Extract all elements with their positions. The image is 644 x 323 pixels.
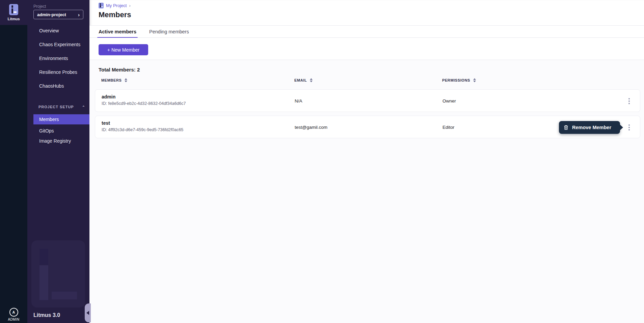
admin-label: ADMIN [8, 318, 19, 321]
project-select-value: admin-project [37, 12, 66, 17]
member-email: test@gamil.com [295, 116, 327, 139]
project-setup-section-header[interactable]: PROJECT SETUP ⌃ [27, 103, 89, 111]
member-email: N/A [295, 90, 302, 112]
nav-label: GitOps [39, 128, 54, 134]
left-triangle-icon [86, 311, 89, 315]
sidebar-item-overview[interactable]: Overview [27, 24, 89, 37]
chevron-right-icon: › [78, 12, 80, 17]
total-members-label: Total Members: 2 [99, 67, 140, 72]
row-menu-kebab-icon[interactable] [624, 116, 634, 139]
version-label: Litmus 3.0 [33, 312, 60, 318]
page-title: Members [99, 10, 131, 19]
nav-label: Members [39, 117, 59, 122]
column-label: MEMBERS [101, 78, 122, 82]
avatar-letter: A [12, 310, 15, 314]
member-permission: Owner [442, 90, 456, 112]
sidebar-item-gitops[interactable]: GitOps [33, 126, 89, 136]
column-header-email[interactable]: EMAIL [294, 78, 313, 82]
sidebar-item-chaos-experiments[interactable]: Chaos Experiments [27, 38, 89, 51]
member-id: ID: fe8e5cd9-eb2c-4d32-8632-04df34a6d6c7 [102, 101, 186, 106]
section-label: PROJECT SETUP [38, 105, 74, 109]
left-rail: Litmus A ADMIN [0, 0, 27, 323]
nav-label: ChaosHubs [39, 83, 64, 89]
litmus-logo-label: Litmus [7, 17, 20, 21]
sidebar-item-image-registry[interactable]: Image Registry [33, 136, 89, 146]
project-icon [99, 3, 104, 8]
tab-pending-members[interactable]: Pending members [149, 25, 189, 38]
member-name: admin [102, 94, 186, 99]
members-toolbar: + New Member [89, 38, 644, 60]
chevron-up-icon: ⌃ [82, 105, 85, 109]
tab-active-members[interactable]: Active members [99, 25, 136, 38]
breadcrumb-my-project-link[interactable]: My Project [106, 3, 127, 8]
project-label: Project [33, 4, 46, 9]
column-header-members[interactable]: MEMBERS [101, 78, 127, 82]
nav-label: Environments [39, 56, 68, 61]
sidebar-item-chaoshubs[interactable]: ChaosHubs [27, 79, 89, 93]
litmus-watermark-logo [31, 240, 85, 307]
sidebar-item-members[interactable]: Members [33, 114, 89, 124]
table-row-test: test ID: 4ff92c3d-d6e7-459c-9ed5-736fd2f… [95, 116, 640, 138]
chevron-right-icon: › [129, 3, 130, 8]
sidebar-item-resilience-probes[interactable]: Resilience Probes [27, 65, 89, 79]
column-label: PERMISSIONS [442, 78, 470, 82]
member-cell: admin ID: fe8e5cd9-eb2c-4d32-8632-04df34… [102, 94, 186, 106]
column-header-permissions[interactable]: PERMISSIONS [442, 78, 476, 82]
nav-label: Image Registry [39, 138, 71, 144]
nav-label: Chaos Experiments [39, 42, 80, 47]
user-avatar[interactable]: A [9, 308, 18, 317]
trash-icon [563, 125, 569, 130]
member-permission: Editor [442, 116, 454, 139]
remove-member-label: Remove Member [572, 125, 611, 130]
new-member-button[interactable]: + New Member [99, 44, 148, 55]
tab-label: Active members [99, 29, 136, 34]
table-row-admin: admin ID: fe8e5cd9-eb2c-4d32-8632-04df34… [95, 89, 640, 112]
row-menu-kebab-icon[interactable] [624, 90, 634, 112]
litmus-logo[interactable]: Litmus [0, 0, 27, 25]
members-tabbar: Active members Pending members [89, 25, 644, 38]
nav-label: Overview [39, 28, 59, 33]
remove-member-menu-item[interactable]: Remove Member [559, 121, 620, 134]
tab-label: Pending members [149, 29, 189, 34]
sidebar: Project admin-project › Overview Chaos E… [27, 0, 89, 323]
column-label: EMAIL [294, 78, 307, 82]
member-cell: test ID: 4ff92c3d-d6e7-459c-9ed5-736fd2f… [102, 120, 183, 132]
nav-label: Resilience Probes [39, 69, 77, 75]
project-select[interactable]: admin-project › [33, 10, 83, 19]
sort-icon [310, 78, 313, 82]
breadcrumb: My Project › [99, 3, 131, 8]
litmus-logo-icon [9, 4, 18, 15]
member-name: test [102, 120, 183, 126]
sort-icon [125, 78, 127, 82]
sidebar-item-environments[interactable]: Environments [27, 52, 89, 65]
sidebar-collapse-handle[interactable] [85, 303, 91, 322]
member-id: ID: 4ff92c3d-d6e7-459c-9ed5-736fd2f0ac65 [102, 127, 183, 132]
main-content: My Project › Members Active members Pend… [89, 0, 644, 323]
sort-icon [473, 78, 476, 82]
members-table: Total Members: 2 MEMBERS EMAIL PERMISSIO… [89, 60, 644, 323]
